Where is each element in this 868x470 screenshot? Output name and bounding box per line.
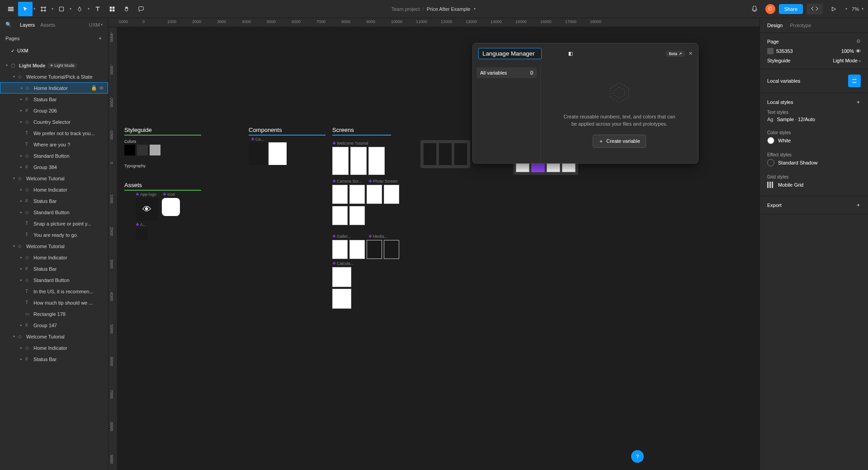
assets-tab[interactable]: Assets [40, 22, 55, 28]
layer-row[interactable]: ▾◇Welcome Tutorial [0, 240, 108, 252]
prototype-tab[interactable]: Prototype [790, 23, 811, 28]
svg-rect-4 [110, 6, 112, 8]
color-style-white[interactable]: White [767, 135, 861, 146]
add-style-button[interactable]: ＋ [856, 99, 861, 105]
layer-row[interactable]: TSnap a picture or point y... [0, 218, 108, 229]
present-button[interactable] [826, 2, 841, 16]
layer-row[interactable]: TWe prefer not to track you... [0, 127, 108, 139]
layer-row[interactable]: TWhere are you ? [0, 139, 108, 150]
layer-row[interactable]: ▸#Status Bar [0, 94, 108, 105]
layer-row[interactable]: ▸◇Country Selector [0, 116, 108, 127]
text-tool[interactable] [90, 2, 105, 16]
create-variable-button[interactable]: ＋ Create variable [593, 135, 646, 148]
white-swatch [767, 137, 774, 144]
section-components[interactable]: Components [249, 127, 282, 133]
effect-style-shadow[interactable]: Standard Shadow [767, 157, 861, 168]
file-name[interactable]: Price After Example [427, 6, 471, 12]
pen-chevron[interactable]: ▾ [87, 7, 90, 11]
layers-list: ▾◇Welcome Tutorial/Pick a State▸◇Home In… [0, 71, 108, 470]
text-style-sample[interactable]: AgSample · 12/Auto [767, 115, 861, 124]
grid-style-mobile[interactable]: Mobile Grid [767, 179, 861, 190]
eye-icon[interactable]: 👁 [856, 48, 861, 54]
audio-icon[interactable] [747, 2, 762, 16]
layer-row[interactable]: ▸#Group 206 [0, 105, 108, 116]
section-screens[interactable]: Screens [332, 127, 354, 133]
resources-tool[interactable] [105, 2, 119, 16]
app-logo-frame[interactable]: 👁 [136, 198, 158, 221]
layer-row[interactable]: ▸◇Home Indicator [0, 252, 108, 263]
all-variables-row[interactable]: All variables 0 [476, 67, 537, 78]
share-button[interactable]: Share [779, 4, 803, 14]
layer-row[interactable]: TYou are ready to go. [0, 229, 108, 240]
close-icon[interactable]: ✕ [689, 51, 693, 56]
layer-row[interactable]: TIn the US, it is recommen... [0, 286, 108, 297]
section-styleguide[interactable]: Styleguide [124, 127, 152, 133]
pages-header: Pages [5, 36, 19, 41]
page-header: Page [767, 39, 779, 44]
icon-frame[interactable]: 👁 [162, 198, 180, 216]
add-page-button[interactable]: ＋ [98, 35, 103, 42]
add-export-button[interactable]: ＋ [856, 202, 861, 208]
page-settings-icon[interactable]: ⚙ [856, 38, 861, 44]
screen-frame[interactable] [332, 147, 349, 175]
layer-row[interactable]: ▸◇Home Indicator [0, 342, 108, 353]
mode-badge: ☀ Light Mode [47, 63, 77, 68]
comment-tool[interactable] [134, 2, 148, 16]
layers-tab[interactable]: Layers [20, 22, 35, 28]
layer-row[interactable]: ▸#Group 147 [0, 320, 108, 331]
collection-name-input[interactable] [478, 48, 542, 59]
empty-variables-icon [606, 79, 633, 106]
svg-rect-7 [113, 9, 114, 11]
layer-row[interactable]: ▸◇Standard Button [0, 274, 108, 286]
layer-row[interactable]: ▸#Status Bar [0, 195, 108, 207]
canvas[interactable]: -100001000200030004000500060007000800090… [108, 18, 760, 470]
plus-icon: ＋ [599, 138, 604, 145]
dev-mode-button[interactable] [807, 4, 823, 14]
avatar[interactable]: O [765, 4, 775, 14]
local-variables-button[interactable] [848, 75, 861, 87]
page-item[interactable]: ✓ UXM [0, 45, 108, 56]
layer-row[interactable]: ▸◇Standard Button [0, 207, 108, 218]
project-name[interactable]: Team project [392, 6, 420, 12]
ruler-vertical: -4000-3000-2000-100001000200030004000500… [108, 27, 118, 470]
pen-tool[interactable] [72, 2, 87, 16]
light-mode-section[interactable]: ▾ ▢ Light Mode ☀ Light Mode [0, 60, 108, 71]
frame-tool[interactable] [36, 2, 51, 16]
layer-row[interactable]: ▭Rectangle 178 [0, 308, 108, 320]
svg-rect-5 [113, 6, 114, 8]
layer-row[interactable]: ▸◇Home Indicator🔒👁 [0, 82, 108, 94]
layer-row[interactable]: ▸#Status Bar [0, 353, 108, 365]
hand-tool[interactable] [119, 2, 134, 16]
svg-rect-2 [8, 10, 14, 11]
layer-row[interactable]: ▸#Status Bar [0, 263, 108, 274]
section-assets[interactable]: Assets [124, 182, 142, 188]
file-chevron[interactable]: ▾ [473, 7, 476, 11]
main-menu-button[interactable] [4, 2, 18, 16]
dark-screens-group[interactable] [420, 140, 470, 168]
layer-row[interactable]: ▸#Group 384 [0, 161, 108, 173]
design-tab[interactable]: Design [767, 23, 783, 28]
search-icon[interactable]: 🔍 [5, 22, 12, 28]
section-icon: ▢ [11, 63, 17, 68]
layer-row[interactable]: ▸◇Standard Button [0, 150, 108, 161]
zoom-level[interactable]: 7%▾ [852, 6, 864, 12]
svg-rect-6 [110, 9, 112, 11]
move-tool[interactable] [18, 2, 33, 16]
variables-modal: ◧ Beta ↗ ✕ All variables 0 Create reusab… [472, 43, 698, 164]
layer-row[interactable]: ▾◇Welcome Tutorial [0, 331, 108, 342]
frame-chevron[interactable]: ▾ [51, 7, 54, 11]
svg-rect-3 [60, 7, 64, 11]
bg-color-chip[interactable] [767, 48, 774, 54]
move-tool-chevron[interactable]: ▾ [33, 7, 36, 11]
help-button[interactable]: ? [631, 450, 644, 463]
layer-row[interactable]: ▾◇Welcome Tutorial/Pick a State [0, 71, 108, 82]
layer-row[interactable]: THow much tip should we ... [0, 297, 108, 308]
layer-row[interactable]: ▸◇Home Indicator [0, 184, 108, 195]
page-selector[interactable]: UXM ▾ [89, 22, 103, 28]
sidebar-toggle-icon[interactable]: ◧ [568, 51, 573, 56]
beta-badge: Beta ↗ [666, 51, 685, 57]
shape-chevron[interactable]: ▾ [69, 7, 72, 11]
styleguide-mode[interactable]: Light Mode ▾ [833, 58, 861, 63]
shape-tool[interactable] [54, 2, 69, 16]
layer-row[interactable]: ▾◇Welcome Tutorial [0, 173, 108, 184]
